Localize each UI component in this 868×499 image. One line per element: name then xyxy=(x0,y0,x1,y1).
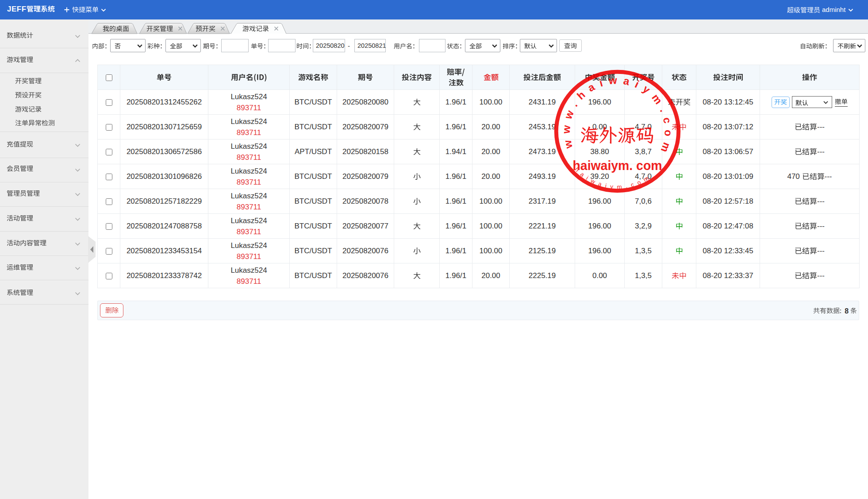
svg-text:haiwaiym. com: haiwaiym. com xyxy=(573,158,662,173)
